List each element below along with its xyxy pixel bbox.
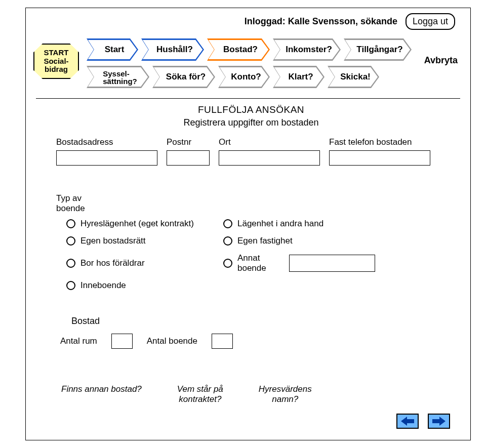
svg-marker-0 bbox=[401, 417, 414, 426]
main-form: FULLFÖLJA ANSÖKAN Registrera uppgifter o… bbox=[56, 104, 446, 404]
field-address: Bostadsadress bbox=[56, 137, 157, 166]
field-phone: Fast telefon bostaden bbox=[329, 137, 430, 166]
option-andra-hand: Lägenhet i andra hand bbox=[223, 219, 375, 229]
q-contract-holder: Vem står på kontraktet? bbox=[177, 384, 223, 404]
option-label: Egen fastighet bbox=[237, 236, 293, 246]
option-fastighet: Egen fastighet bbox=[223, 236, 375, 246]
q-other-dwelling: Finns annan bostad? bbox=[61, 384, 142, 404]
dwelling-header: Bostad bbox=[71, 316, 446, 327]
step-row-1: Start Hushåll? Bostad? Inkomster? Tillgå… bbox=[87, 38, 412, 61]
next-button[interactable] bbox=[428, 414, 450, 429]
login-status: Inloggad: Kalle Svensson, sökande bbox=[245, 16, 397, 27]
pager-arrows bbox=[396, 414, 450, 429]
dwelling-counts: Antal rum Antal boende bbox=[60, 334, 446, 349]
residents-input[interactable] bbox=[212, 334, 233, 349]
postcode-label: Postnr bbox=[167, 137, 210, 147]
option-label: Hyreslägenhet (eget kontrakt) bbox=[80, 219, 194, 229]
option-bostadsratt: Egen bostadsrätt bbox=[66, 236, 218, 246]
annat-input[interactable] bbox=[289, 255, 375, 272]
rooms-label: Antal rum bbox=[60, 336, 97, 346]
address-input[interactable] bbox=[56, 150, 157, 166]
step-start[interactable]: Start bbox=[87, 38, 138, 61]
step-row-2: Syssel- sättning? Söka för? Konto? Klart… bbox=[87, 66, 412, 88]
housing-type-label: Typ av boende bbox=[56, 193, 446, 214]
option-label: Inneboende bbox=[80, 280, 126, 291]
start-badge[interactable]: START Social- bidrag bbox=[33, 44, 79, 79]
city-input[interactable] bbox=[219, 150, 320, 166]
option-annat: Annat boende bbox=[223, 253, 375, 273]
postcode-input[interactable] bbox=[167, 150, 210, 166]
login-prefix: Inloggad: bbox=[245, 16, 288, 26]
logout-button[interactable]: Logga ut bbox=[406, 13, 455, 30]
login-user: Kalle Svensson, sökande bbox=[288, 16, 397, 26]
rooms-input[interactable] bbox=[111, 334, 133, 349]
step-hushall[interactable]: Hushåll? bbox=[141, 38, 204, 61]
radio-bostadsratt[interactable] bbox=[66, 236, 75, 246]
option-label: Lägenhet i andra hand bbox=[237, 219, 323, 229]
radio-hyreslagenhet[interactable] bbox=[66, 219, 75, 228]
option-label: Egen bostadsrätt bbox=[80, 236, 146, 246]
top-bar: Inloggad: Kalle Svensson, sökande Logga … bbox=[245, 13, 455, 30]
step-tillgangar[interactable]: Tillgångar? bbox=[344, 38, 412, 61]
form-subtitle: Registrera uppgifter om bostaden bbox=[56, 117, 446, 128]
divider bbox=[36, 98, 460, 99]
city-label: Ort bbox=[219, 137, 320, 147]
option-label: Bor hos föräldrar bbox=[80, 258, 145, 268]
step-sysselsattning[interactable]: Syssel- sättning? bbox=[87, 66, 149, 88]
radio-inneboende[interactable] bbox=[66, 281, 75, 290]
step-soka-for[interactable]: Söka för? bbox=[152, 66, 215, 88]
radio-fastighet[interactable] bbox=[223, 236, 232, 246]
start-badge-label: START Social- bidrag bbox=[44, 49, 68, 74]
radio-andra-hand[interactable] bbox=[223, 219, 232, 228]
step-skicka[interactable]: Skicka! bbox=[328, 66, 379, 88]
arrow-right-icon bbox=[432, 417, 446, 426]
residents-label: Antal boende bbox=[147, 336, 197, 346]
radio-foraldrar[interactable] bbox=[66, 259, 75, 268]
prev-button[interactable] bbox=[396, 414, 419, 429]
housing-type-options: Hyreslägenhet (eget kontrakt) Lägenhet i… bbox=[66, 219, 446, 291]
arrow-left-icon bbox=[401, 417, 414, 426]
cancel-button[interactable]: Avbryta bbox=[421, 55, 461, 66]
field-postcode: Postnr bbox=[167, 137, 210, 166]
phone-label: Fast telefon bostaden bbox=[329, 137, 430, 147]
svg-marker-1 bbox=[432, 417, 446, 426]
step-konto[interactable]: Konto? bbox=[218, 66, 270, 88]
phone-input[interactable] bbox=[329, 150, 430, 166]
option-label: Annat boende bbox=[237, 253, 281, 273]
app-frame: Inloggad: Kalle Svensson, sökande Logga … bbox=[25, 8, 471, 440]
questions-row: Finns annan bostad? Vem står på kontrakt… bbox=[61, 384, 446, 404]
step-inkomster[interactable]: Inkomster? bbox=[273, 38, 341, 61]
address-label: Bostadsadress bbox=[56, 137, 157, 147]
q-landlord-name: Hyresvärdens namn? bbox=[259, 384, 312, 404]
step-bostad[interactable]: Bostad? bbox=[207, 38, 270, 61]
radio-annat[interactable] bbox=[223, 259, 232, 268]
address-row: Bostadsadress Postnr Ort Fast telefon bo… bbox=[56, 137, 446, 166]
option-hyreslagenhet: Hyreslägenhet (eget kontrakt) bbox=[66, 219, 218, 229]
option-foraldrar: Bor hos föräldrar bbox=[66, 258, 218, 268]
step-klart[interactable]: Klart? bbox=[273, 66, 325, 88]
step-rows: Start Hushåll? Bostad? Inkomster? Tillgå… bbox=[87, 38, 412, 93]
option-inneboende: Inneboende bbox=[66, 280, 218, 291]
form-title: FULLFÖLJA ANSÖKAN bbox=[56, 104, 446, 115]
field-city: Ort bbox=[219, 137, 320, 166]
